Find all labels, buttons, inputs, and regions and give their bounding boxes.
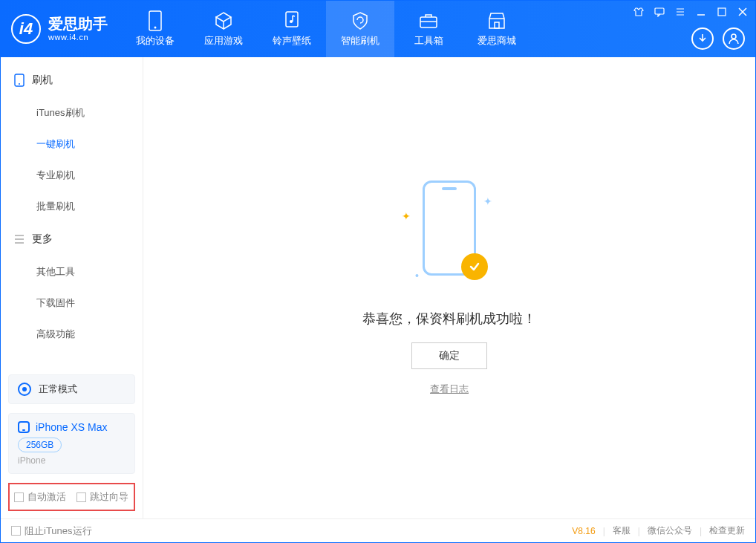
success-message: 恭喜您，保资料刷机成功啦！ <box>362 310 536 328</box>
mode-box[interactable]: 正常模式 <box>8 374 135 404</box>
main-content: ✦ ✦ • 恭喜您，保资料刷机成功啦！ 确定 查看日志 <box>143 57 755 518</box>
svg-point-8 <box>731 34 736 39</box>
svg-point-10 <box>19 83 20 85</box>
tab-label: 我的设备 <box>136 34 175 48</box>
feedback-icon[interactable] <box>653 5 666 19</box>
body: 刷机 iTunes刷机 一键刷机 专业刷机 批量刷机 更多 其他工具 下载固件 … <box>1 57 755 518</box>
music-note-icon <box>281 10 302 31</box>
checkbox-block-itunes[interactable]: 阻止iTunes运行 <box>11 524 92 538</box>
tab-label: 工具箱 <box>414 34 443 48</box>
checkbox-icon <box>11 526 21 536</box>
user-controls <box>691 27 745 50</box>
sidebar-content: 刷机 iTunes刷机 一键刷机 专业刷机 批量刷机 更多 其他工具 下载固件 … <box>1 57 143 370</box>
app-url: www.i4.cn <box>48 33 108 42</box>
svg-rect-7 <box>718 8 726 16</box>
sidebar-item-advanced[interactable]: 高级功能 <box>1 319 143 350</box>
list-icon <box>14 234 25 244</box>
logo-area: i4 爱思助手 www.i4.cn <box>1 1 121 57</box>
maximize-icon[interactable] <box>715 5 729 19</box>
device-storage: 256GB <box>18 438 62 452</box>
sidebar-item-batch-flash[interactable]: 批量刷机 <box>1 191 143 222</box>
svg-point-3 <box>290 20 293 23</box>
link-wechat[interactable]: 微信公众号 <box>648 524 692 537</box>
storefront-icon <box>486 10 507 31</box>
checkbox-icon <box>14 492 24 502</box>
minimize-icon[interactable] <box>694 5 708 19</box>
view-log-link[interactable]: 查看日志 <box>430 383 469 396</box>
sparkle-icon: ✦ <box>402 210 411 222</box>
logo-text: 爱思助手 www.i4.cn <box>48 15 108 42</box>
skin-icon[interactable] <box>632 5 645 19</box>
device-name: iPhone XS Max <box>18 421 126 433</box>
tab-my-device[interactable]: 我的设备 <box>121 1 189 57</box>
sidebar-item-download-firmware[interactable]: 下载固件 <box>1 287 143 319</box>
main-tabs: 我的设备 应用游戏 铃声壁纸 智能刷机 工具箱 爱思商城 <box>121 1 531 57</box>
checkbox-skip-guide[interactable]: 跳过向导 <box>76 490 128 504</box>
phone-outline-icon <box>14 74 25 87</box>
svg-rect-4 <box>420 17 437 27</box>
cube-icon <box>213 10 234 31</box>
titlebar: i4 爱思助手 www.i4.cn 我的设备 应用游戏 铃声壁纸 智能刷机 <box>1 1 755 57</box>
link-support[interactable]: 客服 <box>613 524 630 537</box>
tab-ringtone-wallpaper[interactable]: 铃声壁纸 <box>258 1 326 57</box>
mode-indicator-icon <box>18 383 31 396</box>
success-illustration: ✦ ✦ • <box>405 181 494 292</box>
check-badge-icon <box>461 253 488 280</box>
checkbox-label: 自动激活 <box>27 490 66 504</box>
device-box[interactable]: iPhone XS Max 256GB iPhone <box>8 413 135 474</box>
tab-label: 爱思商城 <box>478 34 516 48</box>
tab-label: 铃声壁纸 <box>273 34 311 48</box>
link-check-update[interactable]: 检查更新 <box>709 524 745 537</box>
mode-label: 正常模式 <box>39 383 77 396</box>
sidebar-group-more: 更多 <box>1 222 143 256</box>
sparkle-icon: • <box>415 270 419 282</box>
app-window: i4 爱思助手 www.i4.cn 我的设备 应用游戏 铃声壁纸 智能刷机 <box>0 0 756 543</box>
app-logo-icon: i4 <box>11 14 41 44</box>
sidebar-item-other-tools[interactable]: 其他工具 <box>1 256 143 287</box>
tab-store[interactable]: 爱思商城 <box>463 1 531 57</box>
shield-refresh-icon <box>350 10 371 31</box>
device-name-text: iPhone XS Max <box>36 421 108 433</box>
close-icon[interactable] <box>736 5 749 19</box>
tab-toolbox[interactable]: 工具箱 <box>394 1 463 57</box>
checkbox-label: 阻止iTunes运行 <box>25 524 92 538</box>
separator: | <box>638 526 640 536</box>
version-label: V8.16 <box>572 526 595 536</box>
menu-icon[interactable] <box>674 5 687 19</box>
device-type: iPhone <box>18 455 126 466</box>
sidebar: 刷机 iTunes刷机 一键刷机 专业刷机 批量刷机 更多 其他工具 下载固件 … <box>1 57 143 518</box>
statusbar: 阻止iTunes运行 V8.16 | 客服 | 微信公众号 | 检查更新 <box>1 518 755 542</box>
tab-apps-games[interactable]: 应用游戏 <box>189 1 258 57</box>
tab-smart-flash[interactable]: 智能刷机 <box>326 1 394 57</box>
svg-rect-6 <box>655 8 664 14</box>
app-name: 爱思助手 <box>48 15 108 33</box>
device-phone-icon <box>18 421 30 433</box>
checkbox-auto-activate[interactable]: 自动激活 <box>14 490 66 504</box>
phone-icon <box>145 10 166 31</box>
download-icon[interactable] <box>691 27 714 50</box>
tab-label: 应用游戏 <box>204 34 243 48</box>
sidebar-item-itunes-flash[interactable]: iTunes刷机 <box>1 97 143 129</box>
toolbox-icon <box>418 10 439 31</box>
tab-label: 智能刷机 <box>341 34 379 48</box>
svg-point-1 <box>154 27 157 29</box>
group-label: 更多 <box>32 233 53 246</box>
checkbox-label: 跳过向导 <box>90 490 128 504</box>
statusbar-right: V8.16 | 客服 | 微信公众号 | 检查更新 <box>572 524 745 537</box>
options-row: 自动激活 跳过向导 <box>8 483 135 511</box>
sidebar-item-oneclick-flash[interactable]: 一键刷机 <box>1 129 143 160</box>
group-label: 刷机 <box>32 74 53 87</box>
sidebar-group-flash: 刷机 <box>1 63 143 97</box>
svg-rect-2 <box>286 12 298 27</box>
separator: | <box>700 526 702 536</box>
sparkle-icon: ✦ <box>483 195 492 207</box>
checkbox-icon <box>76 492 86 502</box>
window-controls <box>632 5 749 19</box>
separator: | <box>603 526 605 536</box>
user-icon[interactable] <box>723 27 745 50</box>
confirm-button[interactable]: 确定 <box>411 342 487 369</box>
sidebar-item-pro-flash[interactable]: 专业刷机 <box>1 160 143 191</box>
svg-rect-5 <box>495 22 499 28</box>
